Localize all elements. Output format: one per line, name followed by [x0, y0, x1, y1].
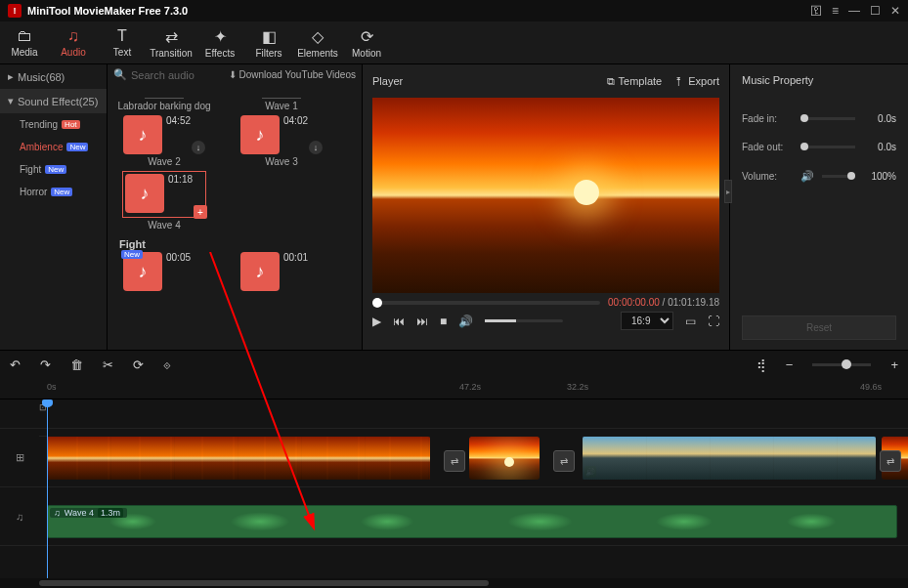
asset-item[interactable]: ♪New00:05: [115, 252, 213, 291]
chevron-down-icon: ▾: [8, 95, 14, 107]
zoom-in-button[interactable]: +: [890, 357, 898, 372]
prev-frame-button[interactable]: ⏮: [393, 315, 405, 328]
close-button[interactable]: ✕: [890, 4, 900, 18]
new-badge: New: [51, 188, 72, 196]
new-badge: New: [45, 165, 66, 174]
collapse-panel-button[interactable]: ▸: [724, 180, 732, 203]
video-clip[interactable]: 🔊: [583, 437, 876, 480]
search-icon: 🔍: [113, 68, 127, 81]
asset-wave2[interactable]: ♪04:52↓ Wave 2: [115, 115, 213, 167]
title-bar: ! MiniTool MovieMaker Free 7.3.0 ⚿ ≡ — ☐…: [0, 0, 908, 21]
music-icon: ♪New: [123, 252, 162, 291]
video-track-icon: ⊞: [16, 451, 24, 464]
asset-item[interactable]: Labrador barking dog: [115, 89, 213, 111]
note-icon: ♫: [54, 508, 61, 518]
asset-wave3[interactable]: ♪04:02↓ Wave 3: [233, 115, 330, 167]
crop-button[interactable]: ⟐: [163, 357, 171, 372]
filters-icon: ◧: [262, 27, 277, 46]
video-clip[interactable]: [47, 437, 430, 480]
audio-mixer-icon[interactable]: ⢾: [757, 357, 766, 372]
volume-slider[interactable]: [822, 175, 855, 178]
aspect-ratio-select[interactable]: 16:9: [621, 312, 673, 330]
time-ruler[interactable]: ⊡ 0s 47.2s 32.2s 49.6s: [0, 378, 908, 399]
stop-button[interactable]: ■: [440, 315, 447, 328]
fadein-slider[interactable]: [800, 117, 855, 120]
elements-icon: ◇: [312, 27, 324, 46]
scrub-bar[interactable]: [372, 301, 600, 305]
search-input[interactable]: 🔍Search audio: [113, 68, 223, 81]
redo-button[interactable]: ↷: [40, 357, 51, 372]
transition-icon: ⇄: [165, 27, 178, 46]
volume-slider[interactable]: [485, 319, 563, 322]
transition-node[interactable]: ⇄: [553, 450, 575, 472]
tab-transition[interactable]: ⇄Transition: [147, 27, 195, 59]
asset-item[interactable]: ♪00:01: [233, 252, 330, 291]
download-button[interactable]: ↓: [309, 141, 323, 154]
video-clip[interactable]: [469, 437, 540, 480]
fullscreen-button[interactable]: ⛶: [708, 315, 719, 328]
download-youtube-link[interactable]: ⬇ Download YouTube Videos: [229, 69, 356, 80]
audio-track-icon: ♫: [16, 511, 23, 523]
undo-button[interactable]: ↶: [10, 357, 21, 372]
category-sidebar: ▸Music(68) ▾Sound Effect(25) TrendingHot…: [0, 64, 108, 350]
fadeout-value: 0.0s: [863, 142, 896, 152]
export-button[interactable]: ⭱Export: [673, 75, 719, 87]
snapshot-button[interactable]: ▭: [685, 315, 696, 328]
video-preview[interactable]: [372, 98, 719, 293]
export-icon: ⭱: [673, 75, 684, 87]
video-track[interactable]: ⊞ ⇄ ⇄ 🔊 ⇄: [0, 429, 908, 487]
fadein-value: 0.0s: [863, 113, 896, 124]
asset-wave4-selected[interactable]: ♪01:18+ Wave 4: [115, 171, 213, 231]
tab-elements[interactable]: ◇Elements: [293, 27, 342, 59]
volume-value: 100%: [863, 171, 896, 182]
volume-icon[interactable]: 🔊: [458, 315, 473, 328]
next-frame-button[interactable]: ⏭: [416, 315, 428, 328]
playhead[interactable]: [47, 399, 48, 578]
speed-button[interactable]: ⟳: [133, 357, 144, 372]
text-icon: T: [117, 27, 127, 45]
audio-track[interactable]: ♫ ♫Wave 4 1.3m: [0, 487, 908, 546]
tab-text[interactable]: TText: [98, 27, 147, 58]
zoom-out-button[interactable]: −: [786, 357, 794, 372]
clip-audio-icon[interactable]: 🔊: [584, 466, 596, 478]
download-button[interactable]: ↓: [192, 141, 205, 154]
zoom-slider[interactable]: [812, 363, 871, 366]
tab-effects[interactable]: ✦Effects: [195, 27, 244, 59]
cat-music[interactable]: ▸Music(68): [0, 64, 107, 89]
sub-fight[interactable]: FightNew: [0, 158, 107, 181]
tab-media[interactable]: 🗀Media: [0, 27, 49, 58]
fadeout-slider[interactable]: [800, 146, 855, 148]
menu-icon[interactable]: ≡: [832, 4, 839, 18]
timeline-scrollbar[interactable]: [0, 578, 908, 588]
tab-motion[interactable]: ⟳Motion: [342, 27, 391, 59]
panel-header: Music Property: [742, 74, 896, 86]
folder-icon: 🗀: [17, 27, 32, 45]
sub-trending[interactable]: TrendingHot: [0, 113, 107, 136]
template-icon: ⧉: [607, 75, 615, 88]
reset-button[interactable]: Reset: [742, 315, 896, 340]
asset-item[interactable]: Wave 1: [233, 89, 330, 111]
add-to-timeline-button[interactable]: +: [194, 205, 207, 219]
minimize-button[interactable]: —: [848, 4, 860, 18]
tab-audio[interactable]: ♫Audio: [49, 27, 98, 58]
asset-browser: 🔍Search audio ⬇ Download YouTube Videos …: [108, 64, 362, 350]
delete-button[interactable]: 🗑: [70, 357, 83, 372]
cat-sound-effect[interactable]: ▾Sound Effect(25): [0, 89, 107, 113]
maximize-button[interactable]: ☐: [870, 4, 881, 18]
motion-icon: ⟳: [361, 27, 373, 46]
tab-filters[interactable]: ◧Filters: [244, 27, 293, 59]
split-button[interactable]: ✂: [103, 357, 113, 372]
music-property-panel: Music Property Fade in: 0.0s Fade out: 0…: [730, 64, 908, 350]
sub-horror[interactable]: HorrorNew: [0, 181, 107, 203]
key-icon[interactable]: ⚿: [810, 4, 822, 18]
play-button[interactable]: ▶: [372, 315, 381, 328]
group-header-fight: Fight: [115, 234, 354, 252]
audio-icon: ♫: [67, 27, 79, 45]
transition-node[interactable]: ⇄: [444, 450, 465, 472]
speaker-icon[interactable]: 🔊: [800, 170, 814, 183]
timecode: 00:00:00.00 / 01:01:19.18: [608, 297, 719, 308]
transition-node[interactable]: ⇄: [880, 450, 901, 472]
template-button[interactable]: ⧉Template: [607, 75, 663, 88]
audio-clip-wave4[interactable]: ♫Wave 4 1.3m: [47, 505, 897, 538]
sub-ambience[interactable]: AmbienceNew: [0, 136, 107, 158]
